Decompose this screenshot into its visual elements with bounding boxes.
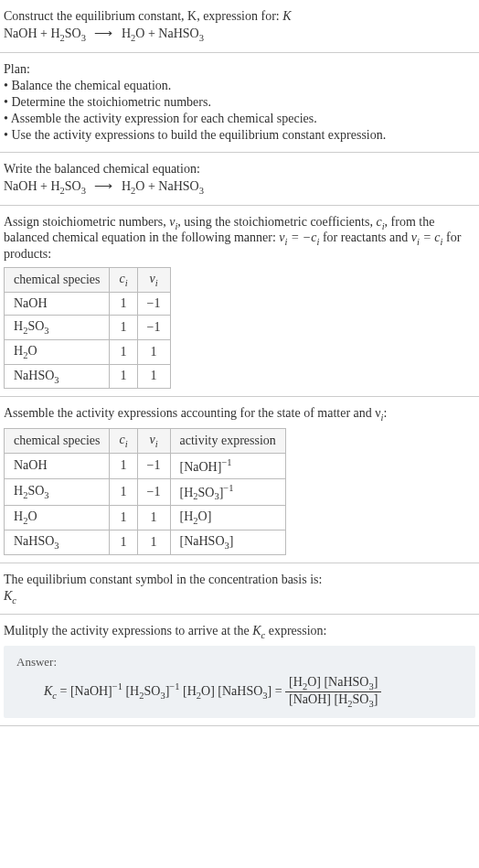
fraction: [H2O] [NaHSO3] [NaOH] [H2SO3]: [285, 675, 381, 709]
table-row: NaHSO3 1 1: [5, 364, 171, 389]
symbol-section: The equilibrium constant symbol in the c…: [0, 563, 479, 616]
prompt-section: Construct the equilibrium constant, K, e…: [0, 0, 479, 53]
k-symbol: K: [282, 9, 291, 23]
symbol-text: The equilibrium constant symbol in the c…: [4, 573, 475, 587]
table-header-row: chemical species ci νi: [5, 268, 171, 293]
eq-lhs: NaOH + H2SO3: [4, 27, 86, 40]
assemble-section: Assemble the activity expressions accoun…: [0, 397, 479, 563]
fraction-denominator: [NaOH] [H2SO3]: [285, 692, 381, 709]
prompt-line1: Construct the equilibrium constant, K, e…: [4, 9, 475, 24]
table-row: H2O 1 1: [5, 339, 171, 364]
plan-section: Plan: • Balance the chemical equation. •…: [0, 53, 479, 153]
activity-table: chemical species ci νi activity expressi…: [4, 428, 286, 555]
th-vi: νi: [137, 429, 170, 454]
plan-bullet-3: • Assemble the activity expression for e…: [4, 112, 475, 126]
balanced-equation: NaOH + H2SO3 ⟶ H2O + NaHSO3: [4, 178, 475, 196]
answer-box: Answer: Kc = [NaOH]−1 [H2SO3]−1 [H2O] [N…: [4, 646, 475, 718]
plan-bullet-2: • Determine the stoichiometric numbers.: [4, 95, 475, 110]
prompt-equation: NaOH + H2SO3 ⟶ H2O + NaHSO3: [4, 26, 475, 43]
multiply-section: Mulitply the activity expressions to arr…: [0, 615, 479, 725]
assemble-heading: Assemble the activity expressions accoun…: [4, 406, 475, 423]
assign-text: Assign stoichiometric numbers, νi, using…: [4, 215, 475, 263]
arrow-icon: ⟶: [89, 179, 118, 193]
cell-species: H2SO3: [5, 315, 110, 339]
th-vi: νi: [137, 268, 170, 293]
table-row: NaHSO3 1 1 [NaHSO3]: [5, 530, 286, 554]
cell-species: H2O: [5, 339, 110, 364]
plan-bullet-4: • Use the activity expressions to build …: [4, 128, 475, 143]
eq-rhs: H2O + NaHSO3: [122, 27, 204, 40]
th-species: chemical species: [5, 429, 110, 454]
table-row: H2SO3 1 −1: [5, 315, 171, 339]
cell-species: NaHSO3: [5, 364, 110, 389]
balanced-heading: Write the balanced chemical equation:: [4, 162, 475, 177]
balanced-section: Write the balanced chemical equation: Na…: [0, 153, 479, 206]
plan-bullet-1: • Balance the chemical equation.: [4, 79, 475, 93]
cell-species: NaOH: [5, 292, 110, 315]
th-ci: ci: [110, 429, 137, 454]
fraction-numerator: [H2O] [NaHSO3]: [285, 675, 381, 692]
th-activity: activity expression: [170, 429, 285, 454]
cell-activity: [NaOH]−1: [170, 453, 285, 478]
table-row: H2SO3 1 −1 [H2SO3]−1: [5, 478, 286, 505]
stoich-table: chemical species ci νi NaOH 1 −1 H2SO3 1…: [4, 267, 171, 389]
table-row: NaOH 1 −1 [NaOH]−1: [5, 453, 286, 478]
th-species: chemical species: [5, 268, 110, 293]
arrow-icon: ⟶: [89, 27, 118, 40]
kc-symbol: Kc: [4, 589, 475, 605]
cell-vi: −1: [137, 292, 170, 315]
table-header-row: chemical species ci νi activity expressi…: [5, 429, 286, 454]
table-row: H2O 1 1 [H2O]: [5, 506, 286, 530]
table-row: NaOH 1 −1: [5, 292, 171, 315]
multiply-text: Mulitply the activity expressions to arr…: [4, 624, 475, 640]
plan-heading: Plan:: [4, 62, 475, 77]
answer-equation: Kc = [NaOH]−1 [H2SO3]−1 [H2O] [NaHSO3] =…: [16, 675, 463, 709]
answer-label: Answer:: [16, 655, 463, 670]
th-ci: ci: [110, 268, 137, 293]
prompt-text: Construct the equilibrium constant, K, e…: [4, 9, 280, 23]
cell-ci: 1: [110, 292, 137, 315]
assign-section: Assign stoichiometric numbers, νi, using…: [0, 206, 479, 398]
